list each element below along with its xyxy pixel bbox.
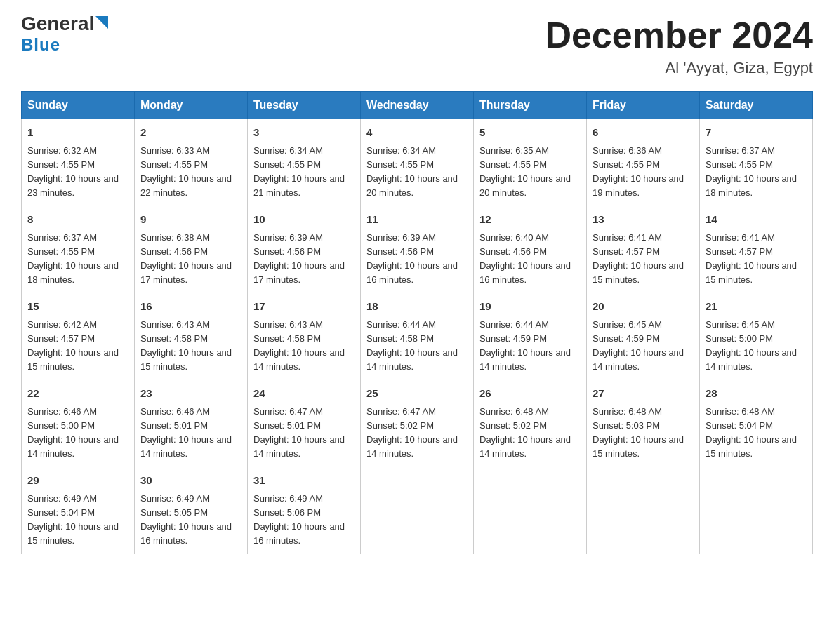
day-info: Sunrise: 6:46 AMSunset: 5:00 PMDaylight:… <box>27 405 128 462</box>
calendar-cell: 30Sunrise: 6:49 AMSunset: 5:05 PMDayligh… <box>135 467 248 554</box>
col-sunday: Sunday <box>22 92 135 119</box>
day-number: 31 <box>253 473 355 489</box>
day-info: Sunrise: 6:48 AMSunset: 5:04 PMDaylight:… <box>706 405 807 462</box>
calendar-cell: 22Sunrise: 6:46 AMSunset: 5:00 PMDayligh… <box>22 380 135 467</box>
calendar-cell: 1Sunrise: 6:32 AMSunset: 4:55 PMDaylight… <box>22 119 135 206</box>
calendar-cell: 19Sunrise: 6:44 AMSunset: 4:59 PMDayligh… <box>474 293 587 380</box>
calendar-cell: 10Sunrise: 6:39 AMSunset: 4:56 PMDayligh… <box>248 206 361 293</box>
calendar-cell: 18Sunrise: 6:44 AMSunset: 4:58 PMDayligh… <box>361 293 474 380</box>
calendar-cell: 4Sunrise: 6:34 AMSunset: 4:55 PMDaylight… <box>361 119 474 206</box>
calendar-cell <box>361 467 474 554</box>
col-saturday: Saturday <box>700 92 813 119</box>
day-info: Sunrise: 6:37 AMSunset: 4:55 PMDaylight:… <box>706 144 807 201</box>
day-info: Sunrise: 6:33 AMSunset: 4:55 PMDaylight:… <box>140 144 241 201</box>
day-number: 10 <box>253 212 355 228</box>
svg-marker-0 <box>95 16 108 29</box>
day-info: Sunrise: 6:35 AMSunset: 4:55 PMDaylight:… <box>479 144 581 201</box>
day-info: Sunrise: 6:49 AMSunset: 5:04 PMDaylight:… <box>27 492 128 549</box>
day-number: 26 <box>479 386 581 402</box>
day-info: Sunrise: 6:32 AMSunset: 4:55 PMDaylight:… <box>27 144 128 201</box>
calendar-cell: 8Sunrise: 6:37 AMSunset: 4:55 PMDaylight… <box>22 206 135 293</box>
col-tuesday: Tuesday <box>248 92 361 119</box>
day-info: Sunrise: 6:39 AMSunset: 4:56 PMDaylight:… <box>253 231 355 288</box>
day-info: Sunrise: 6:45 AMSunset: 4:59 PMDaylight:… <box>593 318 694 375</box>
day-info: Sunrise: 6:47 AMSunset: 5:02 PMDaylight:… <box>366 405 468 462</box>
day-number: 19 <box>479 299 581 315</box>
calendar-cell <box>587 467 700 554</box>
calendar-cell: 25Sunrise: 6:47 AMSunset: 5:02 PMDayligh… <box>361 380 474 467</box>
logo-blue: Blue <box>21 35 60 55</box>
week-row-4: 22Sunrise: 6:46 AMSunset: 5:00 PMDayligh… <box>22 380 813 467</box>
day-number: 6 <box>593 125 694 141</box>
day-number: 8 <box>27 212 128 228</box>
calendar-cell: 21Sunrise: 6:45 AMSunset: 5:00 PMDayligh… <box>700 293 813 380</box>
day-number: 3 <box>253 125 355 141</box>
calendar-cell: 12Sunrise: 6:40 AMSunset: 4:56 PMDayligh… <box>474 206 587 293</box>
calendar-cell: 27Sunrise: 6:48 AMSunset: 5:03 PMDayligh… <box>587 380 700 467</box>
day-number: 1 <box>27 125 128 141</box>
day-info: Sunrise: 6:34 AMSunset: 4:55 PMDaylight:… <box>366 144 468 201</box>
location: Al 'Ayyat, Giza, Egypt <box>545 59 813 77</box>
day-info: Sunrise: 6:43 AMSunset: 4:58 PMDaylight:… <box>140 318 241 375</box>
day-number: 17 <box>253 299 355 315</box>
col-monday: Monday <box>135 92 248 119</box>
calendar-cell: 16Sunrise: 6:43 AMSunset: 4:58 PMDayligh… <box>135 293 248 380</box>
day-number: 22 <box>27 386 128 402</box>
day-number: 2 <box>140 125 241 141</box>
calendar-cell: 2Sunrise: 6:33 AMSunset: 4:55 PMDaylight… <box>135 119 248 206</box>
day-info: Sunrise: 6:44 AMSunset: 4:59 PMDaylight:… <box>479 318 581 375</box>
day-number: 7 <box>706 125 807 141</box>
day-info: Sunrise: 6:48 AMSunset: 5:03 PMDaylight:… <box>593 405 694 462</box>
col-thursday: Thursday <box>474 92 587 119</box>
day-number: 13 <box>593 212 694 228</box>
day-info: Sunrise: 6:47 AMSunset: 5:01 PMDaylight:… <box>253 405 355 462</box>
day-number: 18 <box>366 299 468 315</box>
day-info: Sunrise: 6:34 AMSunset: 4:55 PMDaylight:… <box>253 144 355 201</box>
day-info: Sunrise: 6:38 AMSunset: 4:56 PMDaylight:… <box>140 231 241 288</box>
day-info: Sunrise: 6:42 AMSunset: 4:57 PMDaylight:… <box>27 318 128 375</box>
day-number: 29 <box>27 473 128 489</box>
day-info: Sunrise: 6:36 AMSunset: 4:55 PMDaylight:… <box>593 144 694 201</box>
calendar-cell: 13Sunrise: 6:41 AMSunset: 4:57 PMDayligh… <box>587 206 700 293</box>
day-number: 25 <box>366 386 468 402</box>
week-row-1: 1Sunrise: 6:32 AMSunset: 4:55 PMDaylight… <box>22 119 813 206</box>
day-info: Sunrise: 6:37 AMSunset: 4:55 PMDaylight:… <box>27 231 128 288</box>
month-title: December 2024 <box>545 14 813 56</box>
day-number: 30 <box>140 473 241 489</box>
day-number: 21 <box>706 299 807 315</box>
day-number: 20 <box>593 299 694 315</box>
day-number: 24 <box>253 386 355 402</box>
day-info: Sunrise: 6:46 AMSunset: 5:01 PMDaylight:… <box>140 405 241 462</box>
calendar-cell: 9Sunrise: 6:38 AMSunset: 4:56 PMDaylight… <box>135 206 248 293</box>
day-number: 9 <box>140 212 241 228</box>
calendar-cell: 23Sunrise: 6:46 AMSunset: 5:01 PMDayligh… <box>135 380 248 467</box>
calendar-cell: 20Sunrise: 6:45 AMSunset: 4:59 PMDayligh… <box>587 293 700 380</box>
day-number: 12 <box>479 212 581 228</box>
day-info: Sunrise: 6:44 AMSunset: 4:58 PMDaylight:… <box>366 318 468 375</box>
calendar-cell: 14Sunrise: 6:41 AMSunset: 4:57 PMDayligh… <box>700 206 813 293</box>
calendar-cell: 5Sunrise: 6:35 AMSunset: 4:55 PMDaylight… <box>474 119 587 206</box>
logo: General Blue <box>21 14 108 55</box>
calendar-cell: 31Sunrise: 6:49 AMSunset: 5:06 PMDayligh… <box>248 467 361 554</box>
day-info: Sunrise: 6:49 AMSunset: 5:06 PMDaylight:… <box>253 492 355 549</box>
logo-general: General <box>21 14 94 34</box>
calendar-cell: 17Sunrise: 6:43 AMSunset: 4:58 PMDayligh… <box>248 293 361 380</box>
col-friday: Friday <box>587 92 700 119</box>
calendar-header-row: Sunday Monday Tuesday Wednesday Thursday… <box>22 92 813 119</box>
calendar-table: Sunday Monday Tuesday Wednesday Thursday… <box>21 91 813 554</box>
week-row-5: 29Sunrise: 6:49 AMSunset: 5:04 PMDayligh… <box>22 467 813 554</box>
day-info: Sunrise: 6:48 AMSunset: 5:02 PMDaylight:… <box>479 405 581 462</box>
calendar-cell <box>474 467 587 554</box>
calendar-cell: 3Sunrise: 6:34 AMSunset: 4:55 PMDaylight… <box>248 119 361 206</box>
day-number: 5 <box>479 125 581 141</box>
title-area: December 2024 Al 'Ayyat, Giza, Egypt <box>545 14 813 77</box>
day-info: Sunrise: 6:45 AMSunset: 5:00 PMDaylight:… <box>706 318 807 375</box>
calendar-cell: 7Sunrise: 6:37 AMSunset: 4:55 PMDaylight… <box>700 119 813 206</box>
calendar-cell: 15Sunrise: 6:42 AMSunset: 4:57 PMDayligh… <box>22 293 135 380</box>
week-row-3: 15Sunrise: 6:42 AMSunset: 4:57 PMDayligh… <box>22 293 813 380</box>
calendar-cell: 24Sunrise: 6:47 AMSunset: 5:01 PMDayligh… <box>248 380 361 467</box>
calendar-cell: 26Sunrise: 6:48 AMSunset: 5:02 PMDayligh… <box>474 380 587 467</box>
week-row-2: 8Sunrise: 6:37 AMSunset: 4:55 PMDaylight… <box>22 206 813 293</box>
calendar-cell: 28Sunrise: 6:48 AMSunset: 5:04 PMDayligh… <box>700 380 813 467</box>
day-number: 14 <box>706 212 807 228</box>
